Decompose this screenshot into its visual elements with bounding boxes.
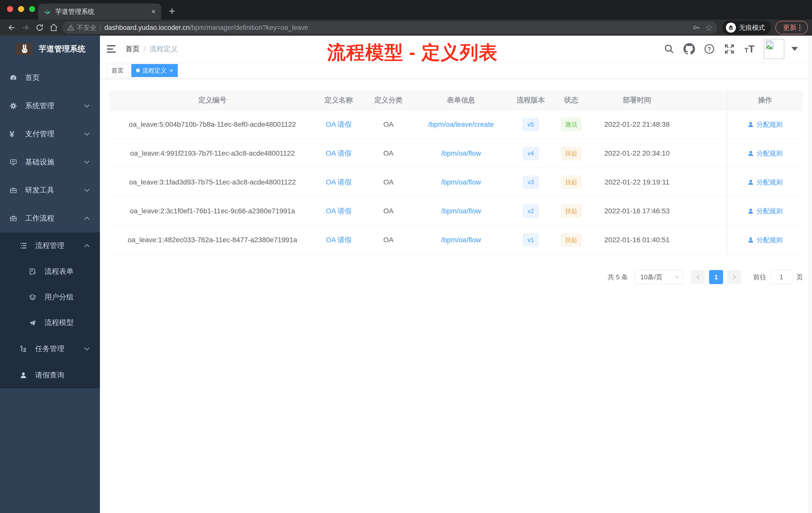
table-row: oa_leave:3:1fad3d93-7b75-11ec-a3c8-acde4…	[110, 168, 803, 197]
breadcrumb-current: 流程定义	[150, 44, 178, 54]
forward-icon[interactable]	[20, 22, 31, 33]
sidebar-item-payment[interactable]: ¥ 支付管理	[0, 120, 100, 148]
cell-category: OA	[362, 197, 415, 225]
tag-close-icon[interactable]: ×	[170, 67, 173, 73]
browser-update-button[interactable]: 更新	[775, 21, 808, 34]
assign-rule-link[interactable]: 分配规则	[748, 120, 783, 129]
user-icon	[748, 179, 754, 185]
column-header-form-info: 表单信息	[415, 90, 507, 110]
next-page-button[interactable]	[727, 270, 741, 284]
pagination-total: 共 5 条	[608, 273, 628, 281]
breadcrumb-home[interactable]: 首页	[125, 44, 140, 54]
window-controls	[7, 6, 35, 12]
goto-page-input[interactable]	[770, 270, 792, 284]
prev-page-button[interactable]	[691, 270, 705, 284]
help-icon[interactable]: ?	[703, 43, 715, 55]
reload-icon[interactable]	[34, 22, 45, 33]
cell-deploy-time: 2022-01-16 01:40:51	[588, 225, 686, 254]
tab-close-icon[interactable]: ×	[151, 8, 156, 15]
column-header-definition-name: 定义名称	[315, 90, 362, 110]
sidebar-item-workflow[interactable]: 工作流程	[0, 204, 100, 233]
back-icon[interactable]	[6, 22, 17, 33]
cell-action: 分配规则	[727, 110, 803, 139]
window-minimize-button[interactable]	[18, 6, 24, 12]
definition-name-link[interactable]: OA 请假	[326, 149, 352, 158]
search-icon[interactable]	[663, 43, 675, 55]
cell-version: v5	[507, 110, 554, 139]
page-size-select[interactable]: 10条/页	[635, 270, 684, 284]
form-link[interactable]: /bpm/oa/flow	[441, 207, 481, 215]
cell-version: v2	[507, 197, 554, 225]
workflow-submenu: 流程管理 流程表单	[0, 233, 100, 388]
cell-definition-id: oa_leave:3:1fad3d93-7b75-11ec-a3c8-acde4…	[110, 168, 315, 197]
assign-rule-link[interactable]: 分配规则	[748, 207, 783, 216]
assign-rule-link[interactable]: 分配规则	[748, 236, 783, 244]
column-header-filler	[686, 90, 727, 110]
column-header-definition-id: 定义编号	[110, 90, 315, 110]
form-link[interactable]: /bpm/oa/flow	[441, 178, 481, 186]
avatar[interactable]	[764, 39, 784, 59]
browser-tab[interactable]: 芋道管理系统 ×	[38, 3, 161, 20]
address-bar[interactable]: 不安全 dashboard.yudao.iocoder.cn/bpm/manag…	[62, 21, 717, 34]
scrollbar-track[interactable]	[809, 36, 812, 513]
version-badge: v4	[523, 147, 539, 160]
form-link[interactable]: /bpm/oa/leave/create	[428, 120, 494, 128]
sidebar-item-user-group[interactable]: 用户分组	[0, 284, 100, 310]
definition-name-link[interactable]: OA 请假	[326, 235, 352, 245]
sidebar-item-task-management[interactable]: 任务管理	[0, 336, 100, 362]
sidebar-item-devtools[interactable]: 研发工具	[0, 176, 100, 204]
column-header-deploy-time: 部署时间	[588, 90, 686, 110]
window-zoom-button[interactable]	[29, 6, 35, 12]
form-link[interactable]: /bpm/oa/flow	[441, 149, 481, 157]
cell-filler	[686, 110, 727, 139]
sidebar-item-home[interactable]: 首页	[0, 64, 100, 92]
sidebar-item-leave-query[interactable]: 请假查询	[0, 362, 100, 388]
cell-version: v4	[507, 139, 554, 168]
assign-rule-link[interactable]: 分配规则	[748, 149, 783, 158]
tag-process-definition[interactable]: 流程定义 ×	[131, 64, 178, 77]
toolbox-icon	[9, 186, 17, 194]
avatar-dropdown-caret-icon[interactable]	[791, 47, 798, 51]
cell-deploy-time: 2022-01-22 20:34:10	[588, 139, 686, 168]
assign-rule-link[interactable]: 分配规则	[748, 178, 783, 187]
font-size-icon[interactable]: TT	[744, 43, 755, 55]
definition-name-link[interactable]: OA 请假	[326, 206, 352, 216]
sidebar-item-process-management[interactable]: 流程管理	[0, 233, 100, 259]
home-icon[interactable]	[48, 22, 59, 33]
window-close-button[interactable]	[7, 6, 13, 12]
sidebar-item-process-model[interactable]: 流程模型	[0, 310, 100, 336]
tag-home[interactable]: 首页	[107, 64, 128, 77]
key-icon[interactable]	[692, 24, 700, 32]
briefcase-icon	[9, 215, 17, 222]
sidebar-item-process-form[interactable]: 流程表单	[0, 259, 100, 284]
definition-name-link[interactable]: OA 请假	[326, 177, 352, 187]
cell-definition-name: OA 请假	[315, 139, 362, 168]
version-badge: v3	[523, 176, 539, 189]
annotation-overlay: 流程模型 - 定义列表	[327, 40, 498, 65]
bookmark-star-icon[interactable]: ☆	[705, 23, 713, 32]
definition-table: 定义编号 定义名称 定义分类 表单信息 流程版本 状态 部署时间 操作 oa_l…	[110, 90, 803, 254]
cell-filler	[686, 197, 727, 225]
cell-version: v1	[507, 225, 554, 254]
form-link[interactable]: /bpm/oa/flow	[441, 236, 481, 244]
chevron-down-icon	[675, 276, 679, 279]
hamburger-icon[interactable]	[107, 45, 117, 53]
fullscreen-icon[interactable]	[724, 43, 735, 55]
cell-deploy-time: 2022-01-22 19:19:11	[588, 168, 686, 197]
github-icon[interactable]	[684, 43, 695, 55]
security-label[interactable]: 不安全	[77, 23, 96, 32]
cell-category: OA	[362, 225, 415, 254]
browser-menu-icon[interactable]	[799, 25, 801, 31]
sidebar-item-infrastructure[interactable]: 基础设施	[0, 148, 100, 176]
pagination: 共 5 条 10条/页 1 前往 页	[110, 270, 803, 284]
cell-definition-name: OA 请假	[315, 197, 362, 225]
page-number-1[interactable]: 1	[709, 270, 723, 284]
definition-name-link[interactable]: OA 请假	[326, 120, 352, 129]
browser-tabstrip: 芋道管理系统 × +	[0, 0, 812, 20]
new-tab-button[interactable]: +	[169, 5, 175, 17]
cell-definition-id: oa_leave:1:482ec033-762a-11ec-8477-a2380…	[110, 225, 315, 254]
cell-deploy-time: 2022-01-22 21:48:38	[588, 110, 686, 139]
sidebar-item-system[interactable]: 系统管理	[0, 92, 100, 120]
table-header-row: 定义编号 定义名称 定义分类 表单信息 流程版本 状态 部署时间 操作	[110, 90, 803, 110]
rabbit-logo	[16, 43, 33, 55]
